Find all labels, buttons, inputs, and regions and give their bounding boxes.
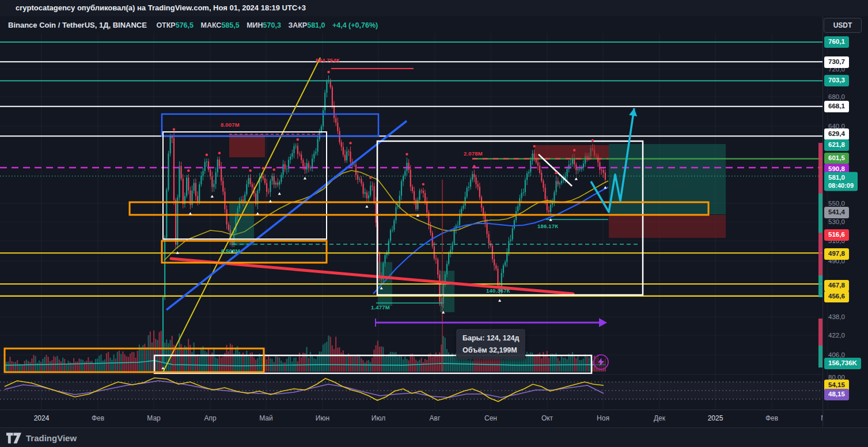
signal-markers [161, 71, 607, 369]
share-text: cryptocatagency опубликовал(а) на Tradin… [16, 3, 306, 12]
open-value: 576,5 [176, 21, 194, 29]
time-label: Июн [316, 414, 329, 422]
high-label: МАКС [200, 21, 221, 29]
time-label: Окт [541, 414, 553, 422]
time-label: Дек [654, 414, 665, 422]
time-label: Мар [147, 414, 160, 422]
time-label: Апр [204, 414, 216, 422]
footer-bar: TradingView [0, 427, 868, 447]
candles [162, 75, 606, 363]
time-axis[interactable]: 2024ФевМарАпрМайИюнИюлАвгСенОктНояДек202… [0, 410, 822, 427]
time-label: Авг [430, 414, 441, 422]
brand-name[interactable]: TradingView [26, 433, 77, 443]
close-value: 581,0 [307, 21, 325, 29]
currency-toggle-button[interactable]: USDT [824, 18, 862, 33]
time-label: Мар [821, 414, 822, 422]
tradingview-chart-page: cryptocatagency опубликовал(а) на Tradin… [0, 0, 868, 447]
time-label: Ноя [597, 414, 609, 422]
time-label: Фев [92, 414, 104, 422]
close-label: ЗАКР [288, 21, 307, 29]
time-label: Июл [372, 414, 385, 422]
price-range-strips [818, 143, 822, 368]
share-bar: cryptocatagency опубликовал(а) на Tradin… [0, 0, 868, 16]
high-value: 585,5 [221, 21, 239, 29]
open-label: ОТКР [156, 21, 175, 29]
time-label: Сен [484, 414, 497, 422]
time-label: Фев [765, 414, 778, 422]
symbol-title[interactable]: Binance Coin / TetherUS, 1Д, BINANCE [8, 21, 147, 29]
time-label: 2025 [708, 414, 723, 422]
measure-tooltip: Бары: 124, 124д Объём 32,199М [456, 329, 525, 359]
time-label: Май [259, 414, 273, 422]
chart-canvas[interactable] [0, 0, 868, 447]
time-label: 2024 [34, 414, 50, 422]
low-value: 570,3 [263, 21, 281, 29]
legend[interactable]: Binance Coin / TetherUS, 1Д, BINANCE ОТК… [8, 21, 378, 29]
tradingview-logo[interactable] [6, 433, 21, 444]
lightning-icon[interactable] [593, 354, 609, 370]
tooltip-bars-line: Бары: 124, 124д [463, 332, 519, 344]
lightning-bolt-glyph [598, 358, 604, 366]
change-value: +4,4 (+0,76%) [332, 21, 378, 29]
rsi-pane [0, 378, 822, 401]
tooltip-volume-line: Объём 32,199М [463, 344, 519, 357]
low-label: МИН [247, 21, 263, 29]
